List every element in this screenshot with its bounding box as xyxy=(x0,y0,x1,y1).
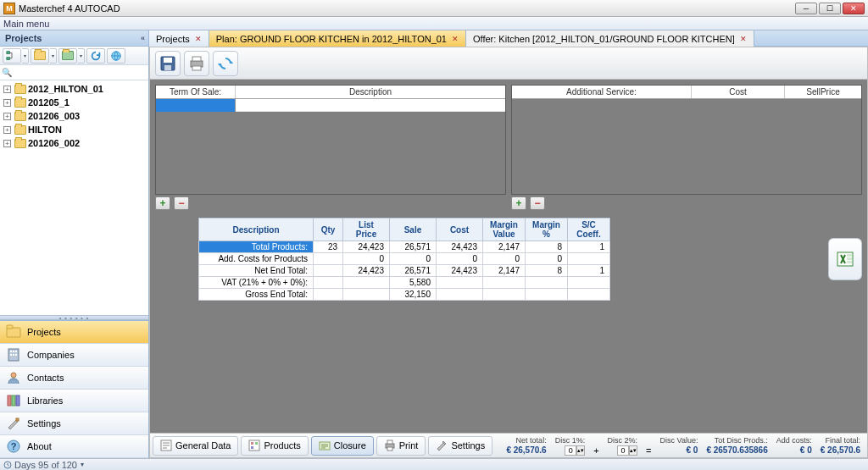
svg-point-12 xyxy=(11,373,16,378)
col-sellprice[interactable]: SellPrice xyxy=(785,86,861,98)
col-additional-service[interactable]: Additional Service: xyxy=(512,86,692,98)
btn-label: General Data xyxy=(175,440,231,451)
companies-icon xyxy=(5,346,22,363)
delete-row-button[interactable]: − xyxy=(174,196,189,210)
summary-header[interactable]: List Price xyxy=(343,218,390,241)
dropdown-icon[interactable]: ▾ xyxy=(22,48,29,64)
minimize-button[interactable]: ─ xyxy=(795,3,817,14)
tree-node[interactable]: +2012_HILTON_01 xyxy=(3,82,148,96)
col-term-of-sale[interactable]: Term Of Sale: xyxy=(156,86,236,98)
services-grid[interactable]: Additional Service: Cost SellPrice xyxy=(511,85,862,195)
maximize-button[interactable]: ☐ xyxy=(819,3,841,14)
status-dropdown-icon[interactable]: ▾ xyxy=(81,461,84,468)
open-folder-button[interactable] xyxy=(58,48,77,64)
collapse-panel-icon[interactable]: « xyxy=(141,34,145,42)
summary-row[interactable]: Gross End Total:32,150 xyxy=(199,289,610,301)
nav-companies[interactable]: Companies xyxy=(0,344,148,367)
print-button[interactable] xyxy=(184,51,209,76)
tree-node[interactable]: +201206_002 xyxy=(3,136,148,150)
tab-closure[interactable]: Closure xyxy=(311,436,374,456)
tab-projects[interactable]: Projects✕ xyxy=(149,30,209,47)
delete-row-button[interactable]: − xyxy=(530,196,545,210)
disc1-spinner[interactable]: ▴▾ xyxy=(565,445,585,456)
folder-icon xyxy=(14,112,26,121)
expand-icon[interactable]: + xyxy=(3,113,11,120)
tab-products[interactable]: Products xyxy=(241,436,308,456)
menu-bar[interactable]: Main menu xyxy=(0,17,868,30)
total-net: Net total:€ 26,570.6 xyxy=(506,435,546,456)
dropdown-icon[interactable]: ▾ xyxy=(78,48,85,64)
tab-plan[interactable]: Plan: GROUND FLOOR KITCHEN in 2012_HILTO… xyxy=(209,30,466,47)
folder-icon xyxy=(14,85,26,94)
summary-header[interactable]: S/C Coeff. xyxy=(568,218,610,241)
tab-general-data[interactable]: General Data xyxy=(153,436,238,456)
expand-icon[interactable]: + xyxy=(3,126,11,134)
tree-node[interactable]: +201206_003 xyxy=(3,109,148,123)
svg-rect-31 xyxy=(251,442,253,445)
tab-settings[interactable]: Settings xyxy=(428,436,492,456)
svg-rect-14 xyxy=(12,395,15,406)
add-row-button[interactable]: + xyxy=(511,196,526,210)
add-row-button[interactable]: + xyxy=(155,196,170,210)
save-button[interactable] xyxy=(155,51,181,76)
main-menu-label[interactable]: Main menu xyxy=(3,19,49,29)
summary-header[interactable]: Cost xyxy=(437,218,483,241)
nav-settings[interactable]: Settings xyxy=(0,412,148,435)
folder-icon xyxy=(14,125,26,135)
summary-row[interactable]: Total Products:2324,42326,57124,4232,147… xyxy=(199,241,610,253)
close-tab-icon[interactable]: ✕ xyxy=(452,35,459,43)
nav-projects[interactable]: Projects xyxy=(0,321,148,344)
summary-header[interactable]: Margin Value xyxy=(483,218,526,241)
close-tab-icon[interactable]: ✕ xyxy=(195,35,202,43)
disc2-spinner[interactable]: ▴▾ xyxy=(617,445,637,456)
app-icon: M xyxy=(3,3,15,14)
summary-row[interactable]: Net End Total:24,42326,57124,4232,14781 xyxy=(199,265,610,277)
close-tab-icon[interactable]: ✕ xyxy=(740,35,747,43)
about-icon: ? xyxy=(5,438,22,455)
expand-icon[interactable]: + xyxy=(3,140,11,147)
svg-rect-28 xyxy=(847,261,852,263)
summary-header[interactable]: Sale xyxy=(390,218,437,241)
search-input[interactable] xyxy=(14,66,148,80)
dropdown-icon[interactable]: ▾ xyxy=(50,48,57,64)
tree-node[interactable]: +HILTON xyxy=(3,123,148,136)
nav-label: Contacts xyxy=(27,373,64,383)
nav-label: Settings xyxy=(27,418,61,429)
export-excel-button[interactable] xyxy=(828,238,862,280)
terms-grid[interactable]: Term Of Sale: Description xyxy=(155,85,506,195)
svg-rect-33 xyxy=(251,446,253,449)
new-folder-button[interactable] xyxy=(31,48,49,64)
svg-rect-37 xyxy=(387,447,392,451)
col-cost[interactable]: Cost xyxy=(692,86,785,98)
svg-rect-23 xyxy=(192,57,201,61)
summary-header[interactable]: Margin % xyxy=(526,218,568,241)
selected-row[interactable] xyxy=(156,99,505,112)
nav-about[interactable]: ?About xyxy=(0,435,148,458)
tab-print[interactable]: Print xyxy=(376,436,426,456)
expand-icon[interactable]: + xyxy=(3,86,11,93)
svg-text:?: ? xyxy=(11,441,17,451)
close-button[interactable]: ✕ xyxy=(843,3,865,14)
nav-contacts[interactable]: Contacts xyxy=(0,367,148,390)
tree-node[interactable]: +201205_1 xyxy=(3,96,148,109)
projects-header-label: Projects xyxy=(5,33,42,43)
projects-tree[interactable]: +2012_HILTON_01 +201205_1 +201206_003 +H… xyxy=(0,80,148,315)
tree-view-button[interactable] xyxy=(3,48,21,64)
total-disc1: Disc 1%:▴▾ xyxy=(555,435,586,456)
col-description[interactable]: Description xyxy=(236,86,505,98)
summary-header[interactable]: Qty xyxy=(314,218,343,241)
summary-row[interactable]: VAT (21% + 0% + 0%):5,580 xyxy=(199,277,610,289)
btn-label: Print xyxy=(399,440,419,451)
tab-offer[interactable]: Offer: Kitchen [2012_HILTON_01/GROUND FL… xyxy=(466,30,754,47)
sync-button[interactable] xyxy=(213,51,238,76)
summary-row[interactable]: Add. Costs for Products00000 xyxy=(199,253,610,265)
refresh-button[interactable] xyxy=(86,48,105,64)
total-addcosts: Add costs:€ 0 xyxy=(776,435,812,456)
tab-label: Offer: Kitchen [2012_HILTON_01/GROUND FL… xyxy=(473,34,735,44)
globe-button[interactable] xyxy=(107,48,125,64)
svg-rect-6 xyxy=(10,351,12,352)
nav-libraries[interactable]: Libraries xyxy=(0,390,148,412)
expand-icon[interactable]: + xyxy=(3,99,11,107)
total-discvalue: Disc Value:€ 0 xyxy=(660,435,698,456)
summary-header[interactable]: Description xyxy=(199,218,314,241)
